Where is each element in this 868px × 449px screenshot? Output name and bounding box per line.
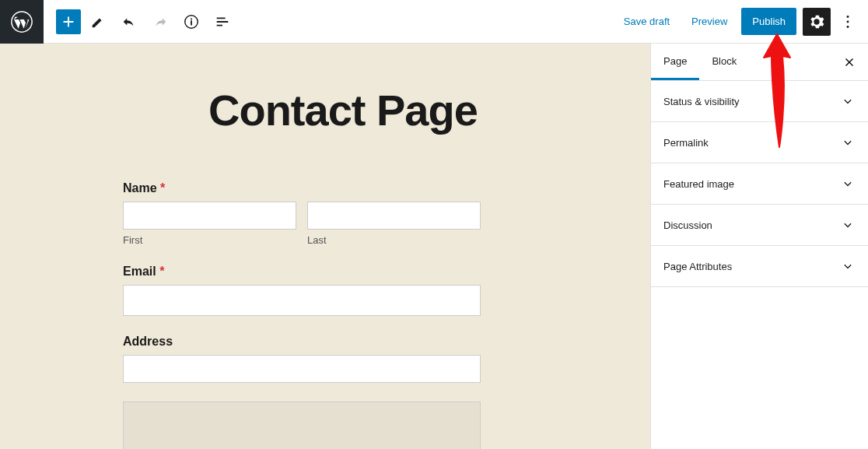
required-marker: * <box>159 265 164 278</box>
workspace: Contact Page Name * First Las <box>0 44 868 449</box>
plus-icon <box>60 13 77 30</box>
save-draft-button[interactable]: Save draft <box>616 9 677 33</box>
panel-discussion-label: Discussion <box>663 219 712 231</box>
list-icon <box>214 13 231 30</box>
address-line-input[interactable] <box>123 355 481 383</box>
panel-attributes-header[interactable]: Page Attributes <box>651 246 868 286</box>
email-input[interactable] <box>123 285 481 316</box>
last-name-input[interactable] <box>307 202 481 230</box>
panel-status: Status & visibility <box>651 81 868 122</box>
email-label-text: Email <box>123 265 156 278</box>
edit-mode-button[interactable] <box>84 8 112 36</box>
toolbar-left <box>0 0 236 43</box>
pencil-icon <box>89 13 107 30</box>
add-block-button[interactable] <box>56 9 81 34</box>
email-label: Email * <box>123 265 481 279</box>
panel-attributes-label: Page Attributes <box>663 261 732 272</box>
panel-attributes: Page Attributes <box>651 246 868 287</box>
gear-icon <box>808 13 825 30</box>
redo-button[interactable] <box>146 8 174 36</box>
page-content: Contact Page Name * First Las <box>45 44 605 449</box>
kebab-icon <box>839 13 856 30</box>
close-icon <box>842 55 856 69</box>
contact-form: Name * First Last <box>123 181 481 449</box>
panel-permalink-label: Permalink <box>663 137 709 149</box>
toolbar-right: Save draft Preview Publish <box>616 8 868 36</box>
top-toolbar: Save draft Preview Publish <box>0 0 868 44</box>
name-label: Name * <box>123 181 481 195</box>
svg-point-3 <box>847 20 849 23</box>
chevron-down-icon <box>840 135 856 150</box>
close-sidebar-button[interactable] <box>834 47 865 78</box>
tab-block[interactable]: Block <box>699 44 749 80</box>
svg-point-2 <box>847 16 849 18</box>
address-textarea[interactable] <box>123 402 481 449</box>
name-field: Name * First Last <box>123 181 481 246</box>
panel-featured: Featured image <box>651 163 868 205</box>
outline-button[interactable] <box>208 8 236 36</box>
address-label: Address <box>123 335 481 349</box>
last-sublabel: Last <box>307 234 481 246</box>
address-field: Address <box>123 335 481 383</box>
panel-permalink-header[interactable]: Permalink <box>651 122 868 163</box>
more-menu-button[interactable] <box>837 8 859 36</box>
first-name-col: First <box>123 202 296 246</box>
panel-featured-header[interactable]: Featured image <box>651 163 868 204</box>
wordpress-logo[interactable] <box>0 0 44 44</box>
panel-permalink: Permalink <box>651 122 868 163</box>
name-label-text: Name <box>123 181 157 195</box>
chevron-down-icon <box>840 258 856 274</box>
required-marker: * <box>160 181 165 195</box>
undo-icon <box>121 13 138 30</box>
settings-sidebar: Page Block Status & visibility Permalink… <box>650 44 868 449</box>
wordpress-icon <box>10 10 33 33</box>
redo-icon <box>152 13 169 30</box>
first-sublabel: First <box>123 234 296 246</box>
last-name-col: Last <box>307 202 481 246</box>
info-button[interactable] <box>177 8 205 36</box>
chevron-down-icon <box>840 217 856 233</box>
publish-button[interactable]: Publish <box>741 8 796 35</box>
panel-featured-label: Featured image <box>663 178 734 190</box>
email-field: Email * <box>123 265 481 316</box>
panel-discussion: Discussion <box>651 205 868 246</box>
tool-group <box>44 8 236 36</box>
chevron-down-icon <box>840 93 856 109</box>
svg-point-4 <box>847 25 849 27</box>
first-name-input[interactable] <box>123 202 296 230</box>
page-title[interactable]: Contact Page <box>208 86 527 135</box>
tab-page[interactable]: Page <box>651 44 699 80</box>
panel-status-label: Status & visibility <box>663 96 740 107</box>
info-icon <box>183 13 200 30</box>
name-row: First Last <box>123 202 481 246</box>
chevron-down-icon <box>840 176 856 191</box>
panel-discussion-header[interactable]: Discussion <box>651 205 868 245</box>
settings-button[interactable] <box>803 8 831 36</box>
undo-button[interactable] <box>115 8 143 36</box>
preview-button[interactable]: Preview <box>684 9 735 33</box>
editor-canvas[interactable]: Contact Page Name * First Las <box>0 44 650 449</box>
sidebar-tabs: Page Block <box>651 44 868 81</box>
panel-status-header[interactable]: Status & visibility <box>651 81 868 121</box>
